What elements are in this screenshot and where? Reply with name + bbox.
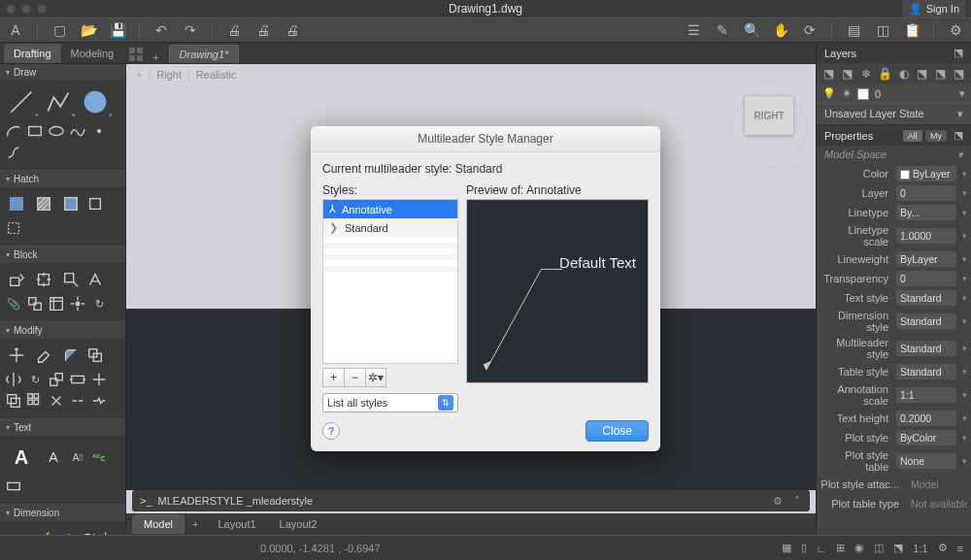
style-row-standard[interactable]: ❯ Standard (323, 218, 457, 237)
style-options-button[interactable]: ✲▾ (365, 368, 386, 387)
styles-list[interactable]: ⅄ Annotative ❯ Standard (322, 199, 458, 364)
spellcheck-icon[interactable]: ᴬᴮᴄ (89, 447, 109, 467)
sync-icon[interactable]: ↻ (89, 294, 109, 313)
helix-tool-icon[interactable] (4, 143, 23, 162)
field-tool-icon[interactable] (4, 477, 23, 496)
open-icon[interactable]: 📂 (81, 22, 96, 38)
scale-tool-icon[interactable] (47, 370, 66, 389)
array-tool-icon[interactable] (25, 391, 45, 411)
traffic-lights[interactable] (6, 4, 47, 14)
move-tool-icon[interactable] (4, 343, 29, 368)
panel-header-text[interactable]: Text (0, 419, 125, 436)
region-tool-icon[interactable] (85, 194, 105, 214)
viewport-controls[interactable]: + | Right | Realistic (126, 64, 816, 85)
layer-filter-icon[interactable]: ⬔ (822, 67, 835, 81)
stretch-tool-icon[interactable] (68, 370, 87, 389)
rect-tool-icon[interactable] (25, 121, 45, 141)
property-value[interactable]: Standard (896, 364, 956, 379)
orbit-icon[interactable]: ⟳ (802, 22, 818, 38)
property-value[interactable]: ByLayer (896, 166, 956, 181)
panel-header-dimension[interactable]: Dimension (0, 505, 125, 521)
chevron-down-icon[interactable]: ▾ (962, 316, 967, 326)
insert-block-icon[interactable] (4, 267, 29, 292)
property-value[interactable]: By... (896, 205, 956, 220)
attribute-icon[interactable] (85, 270, 105, 289)
remove-style-button[interactable]: − (344, 368, 365, 387)
layout-tab-add[interactable]: + (184, 514, 206, 534)
customization-icon[interactable]: ≡ (957, 543, 963, 554)
layout-tab-model[interactable]: Model (132, 514, 184, 534)
chevron-down-icon[interactable]: ▾ (962, 208, 967, 217)
properties-context[interactable]: Model Space▾ (817, 146, 971, 164)
linear-dim-icon[interactable] (4, 525, 29, 535)
tool-icon[interactable]: ✎ (715, 22, 730, 38)
command-line[interactable]: >_ MLEADERSTYLE _mleaderstyle ⚙ ˄ (132, 490, 810, 511)
new-icon[interactable]: ▢ (51, 22, 67, 38)
properties-toggle-icon[interactable]: ☰ (686, 22, 701, 38)
base-icon[interactable] (68, 294, 87, 313)
layer-off-icon[interactable]: ◐ (897, 67, 910, 81)
block-editor-icon[interactable] (58, 267, 84, 292)
layer-color-swatch[interactable] (857, 88, 869, 100)
style-row-annotative[interactable]: ⅄ Annotative (323, 200, 457, 218)
properties-menu-icon[interactable]: ⬔ (954, 129, 963, 141)
undo-icon[interactable]: ↶ (153, 22, 169, 38)
chevron-down-icon[interactable]: ▾ (962, 433, 967, 443)
property-value[interactable]: 0 (896, 271, 956, 286)
circle-tool-icon[interactable]: ▾ (78, 84, 113, 119)
layer-state-dropdown[interactable]: Unsaved Layer State ▾ (817, 103, 971, 125)
create-block-icon[interactable] (31, 267, 56, 292)
chevron-down-icon[interactable]: ▾ (962, 413, 967, 423)
polar-toggle-icon[interactable]: ◉ (854, 542, 864, 554)
break-tool-icon[interactable] (89, 391, 109, 411)
offset-tool-icon[interactable] (4, 391, 23, 411)
model-space-toggle-icon[interactable]: ▦ (782, 542, 791, 554)
layout-tab-layout1[interactable]: Layout1 (206, 514, 267, 534)
clip-icon[interactable] (47, 294, 66, 313)
tab-modeling[interactable]: Modeling (61, 44, 124, 63)
chevron-down-icon[interactable]: ▾ (962, 231, 967, 241)
workspace-switch-icon[interactable]: ⚙ (938, 542, 948, 554)
sign-in-button[interactable]: 👤 Sign In (903, 0, 965, 17)
search-icon[interactable]: 🔍 (744, 22, 759, 38)
panel-header-hatch[interactable]: Hatch (0, 171, 125, 187)
chevron-down-icon[interactable]: ▾ (962, 293, 967, 303)
text-style-icon[interactable]: Aͯ (68, 447, 87, 467)
batch-print-icon[interactable]: 🖨 (255, 22, 271, 38)
viewport-menu-icon[interactable]: + (136, 69, 142, 81)
ordinate-dim-icon[interactable] (101, 528, 120, 535)
chevron-down-icon[interactable]: ▾ (962, 344, 967, 353)
trim-tool-icon[interactable] (89, 370, 109, 389)
close-button[interactable]: Close (586, 420, 649, 442)
help-button[interactable]: ? (322, 422, 340, 440)
gradient-tool-icon[interactable] (31, 191, 56, 216)
property-value[interactable]: 1:1 (896, 387, 956, 403)
chip-all[interactable]: All (903, 130, 922, 142)
erase-tool-icon[interactable] (31, 343, 56, 368)
redo-icon[interactable]: ↷ (183, 22, 198, 38)
layer-match-icon[interactable]: ⬔ (953, 67, 965, 81)
snap-toggle-icon[interactable]: ∟ (817, 543, 827, 554)
layer-prev-icon[interactable]: ⬔ (934, 67, 947, 81)
add-style-button[interactable]: + (322, 368, 344, 387)
tab-drafting[interactable]: Drafting (4, 44, 61, 63)
zoom-window-icon[interactable] (37, 4, 47, 14)
chevron-down-icon[interactable]: ▾ (962, 367, 967, 377)
property-value[interactable]: Standard (896, 341, 956, 356)
panel-header-block[interactable]: Block (0, 247, 125, 263)
join-tool-icon[interactable] (68, 391, 87, 411)
settings-icon[interactable]: ⚙ (948, 22, 963, 38)
text-tool-icon[interactable]: A (41, 445, 66, 470)
ellipse-tool-icon[interactable] (47, 121, 66, 141)
style-filter-select[interactable]: List all styles ⇅ (322, 393, 458, 412)
viewport-style-label[interactable]: Realistic (196, 69, 237, 81)
file-tab-drawing1[interactable]: Drawing1* (169, 45, 240, 63)
command-settings-icon[interactable]: ⚙ (773, 495, 783, 508)
property-value[interactable]: 0.2000 (896, 411, 956, 426)
chevron-down-icon[interactable]: ▾ (962, 456, 967, 466)
boundary-tool-icon[interactable] (58, 191, 84, 216)
pan-icon[interactable]: ✋ (773, 22, 788, 38)
aligned-dim-icon[interactable] (31, 525, 56, 535)
panel-header-draw[interactable]: Draw (0, 64, 125, 81)
property-value[interactable]: None (896, 453, 956, 469)
